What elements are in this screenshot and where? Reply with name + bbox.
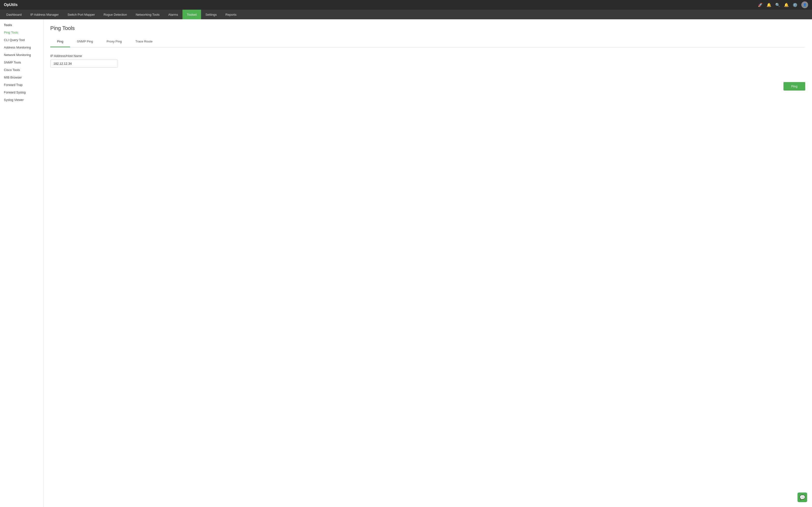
sidebar-item-network-monitoring[interactable]: Network Monitoring xyxy=(0,51,43,59)
sidebar-item-mib-browser[interactable]: MIB Browser xyxy=(0,74,43,81)
nav-item-switch-port-mapper[interactable]: Switch Port Mapper xyxy=(63,10,99,19)
nav-item-toolset[interactable]: Toolset xyxy=(183,10,201,19)
gear-icon[interactable]: ⚙️ xyxy=(793,3,798,7)
main-content: Ping Tools Ping SNMP Ping Proxy Ping Tra… xyxy=(44,19,812,507)
search-icon[interactable]: 🔍 xyxy=(775,3,780,7)
sidebar: Tools Ping Tools CLI Query Tool Address … xyxy=(0,19,44,507)
app-logo: OpUtils xyxy=(4,3,18,7)
ping-button[interactable]: Ping xyxy=(783,82,805,91)
nav-item-networking-tools[interactable]: Networking Tools xyxy=(131,10,164,19)
sidebar-item-address-monitoring[interactable]: Address Monitoring xyxy=(0,44,43,51)
topbar-icons: 🚀 🔔 🔍 🔔 ⚙️ 👤 xyxy=(758,1,808,8)
sidebar-item-ping-tools[interactable]: Ping Tools xyxy=(0,29,43,36)
sidebar-item-cli-query-tool[interactable]: CLI Query Tool xyxy=(0,36,43,44)
ip-label: IP Address/Host Name xyxy=(50,54,805,58)
tab-snmp-ping[interactable]: SNMP Ping xyxy=(70,36,100,47)
ping-form: IP Address/Host Name xyxy=(50,54,805,68)
sidebar-item-forward-syslog[interactable]: Forward Syslog xyxy=(0,89,43,96)
alarm-icon[interactable]: 🔔 xyxy=(784,3,789,7)
tab-ping[interactable]: Ping xyxy=(50,36,70,47)
topbar: OpUtils 🚀 🔔 🔍 🔔 ⚙️ 👤 xyxy=(0,0,812,10)
tab-trace-route[interactable]: Trace Route xyxy=(129,36,159,47)
avatar[interactable]: 👤 xyxy=(801,1,808,8)
nav-item-alarms[interactable]: Alarms xyxy=(164,10,182,19)
sidebar-title: Tools xyxy=(0,19,43,29)
tab-proxy-ping[interactable]: Proxy Ping xyxy=(100,36,129,47)
sidebar-item-forward-trap[interactable]: Forward Trap xyxy=(0,81,43,89)
layout: Tools Ping Tools CLI Query Tool Address … xyxy=(0,19,812,507)
page-title: Ping Tools xyxy=(50,25,805,32)
navbar: Dashboard IP Address Manager Switch Port… xyxy=(0,10,812,19)
nav-item-ip-address-manager[interactable]: IP Address Manager xyxy=(26,10,63,19)
sidebar-item-syslog-viewer[interactable]: Syslog Viewer xyxy=(0,96,43,104)
sidebar-item-cisco-tools[interactable]: Cisco Tools xyxy=(0,66,43,74)
nav-item-reports[interactable]: Reports xyxy=(221,10,241,19)
nav-item-rogue-detection[interactable]: Rogue Detection xyxy=(99,10,132,19)
notification-icon[interactable]: 🔔 xyxy=(767,3,771,7)
nav-item-settings[interactable]: Settings xyxy=(201,10,221,19)
nav-item-dashboard[interactable]: Dashboard xyxy=(2,10,26,19)
chat-widget[interactable]: 💬 xyxy=(798,493,807,502)
sidebar-item-snmp-tools[interactable]: SNMP Tools xyxy=(0,59,43,66)
ip-input[interactable] xyxy=(50,60,118,68)
tabs: Ping SNMP Ping Proxy Ping Trace Route xyxy=(50,36,805,47)
rocket-icon[interactable]: 🚀 xyxy=(758,3,763,7)
